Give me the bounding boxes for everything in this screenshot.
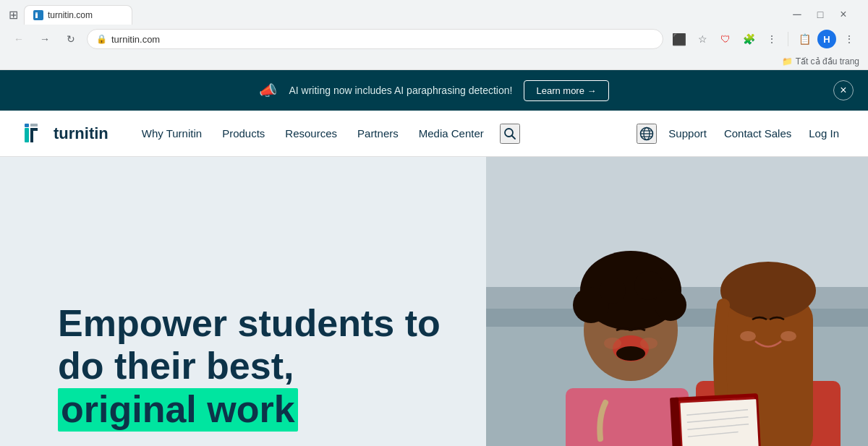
apps-icon[interactable]: ⊞ — [9, 8, 18, 22]
headline-line2: do their best, — [58, 345, 294, 387]
svg-point-34 — [740, 331, 756, 341]
nav-products[interactable]: Products — [212, 111, 275, 157]
folder-icon: 📁 — [782, 56, 793, 67]
back-button[interactable]: ← — [9, 29, 29, 49]
svg-rect-3 — [25, 124, 29, 127]
svg-rect-1 — [35, 12, 38, 14]
main-navigation: turnitin Why Turnitin Products Resources… — [0, 111, 868, 157]
svg-point-23 — [600, 278, 626, 304]
svg-point-35 — [780, 331, 796, 341]
menu-button[interactable]: ⋮ — [762, 29, 782, 49]
more-button[interactable]: ⋮ — [839, 29, 859, 49]
announcement-icon: 📣 — [259, 82, 277, 99]
svg-rect-2 — [25, 128, 29, 142]
browser-chrome: ⊞ turnitin.com ─ □ × ← → ↻ 🔒 turnitin.co… — [0, 0, 868, 70]
browser-toolbar: ← → ↻ 🔒 turnitin.com ⬛ ☆ 🛡 🧩 ⋮ 📋 H ⋮ — [0, 25, 868, 53]
nav-right: Support Contact Sales Log In — [637, 124, 845, 144]
hero-headline: Empower students to do their best, origi… — [58, 302, 441, 432]
svg-point-24 — [634, 271, 663, 300]
svg-rect-4 — [30, 124, 38, 126]
translate-button[interactable]: ⬛ — [669, 29, 689, 49]
tab-favicon — [33, 10, 43, 20]
separator — [788, 32, 788, 46]
announcement-banner: 📣 AI writing now includes AI paraphrasin… — [0, 70, 868, 111]
address-bar[interactable]: 🔒 turnitin.com — [87, 29, 663, 49]
extensions-button[interactable]: 🧩 — [739, 29, 759, 49]
nav-links: Why Turnitin Products Resources Partners… — [132, 111, 637, 157]
minimize-button[interactable]: ─ — [787, 4, 807, 25]
url-text: turnitin.com — [111, 34, 160, 45]
headline-highlight: original work — [58, 388, 298, 432]
maximize-button[interactable]: □ — [810, 4, 830, 25]
hero-image — [486, 157, 868, 446]
lock-icon: 🔒 — [96, 34, 107, 44]
hero-right — [486, 157, 868, 446]
globe-icon — [639, 126, 654, 141]
forward-button[interactable]: → — [35, 29, 55, 49]
nav-media-center[interactable]: Media Center — [409, 111, 494, 157]
logo-icon — [23, 121, 49, 147]
nav-resources[interactable]: Resources — [275, 111, 347, 157]
svg-rect-18 — [566, 388, 689, 446]
svg-point-33 — [720, 262, 816, 320]
browser-tab[interactable]: turnitin.com — [24, 5, 132, 25]
svg-line-6 — [511, 135, 515, 139]
logo-link[interactable]: turnitin — [23, 121, 109, 147]
svg-point-28 — [640, 338, 658, 349]
shield-button[interactable]: 🛡 — [715, 29, 736, 49]
logo-text: turnitin — [54, 124, 109, 143]
tab-title: turnitin.com — [48, 10, 93, 20]
language-button[interactable] — [637, 124, 657, 144]
hero-text: Empower students to do their best, origi… — [58, 302, 441, 432]
svg-point-26 — [616, 346, 645, 361]
learn-more-button[interactable]: Learn more → — [524, 80, 608, 101]
svg-point-27 — [604, 338, 621, 349]
top-bar-area: 📁 Tất cả đầu trang — [0, 53, 868, 69]
search-button[interactable] — [500, 124, 520, 144]
support-link[interactable]: Support — [663, 127, 712, 140]
bookmark-button[interactable]: ☆ — [692, 29, 712, 49]
login-link[interactable]: Log In — [803, 127, 845, 140]
nav-partners[interactable]: Partners — [347, 111, 409, 157]
svg-rect-0 — [35, 14, 38, 18]
announcement-message: AI writing now includes AI paraphrasing … — [289, 85, 512, 96]
browser-right-icons: ⬛ ☆ 🛡 🧩 ⋮ 📋 H ⋮ — [669, 29, 859, 49]
refresh-button[interactable]: ↻ — [61, 29, 81, 49]
close-button[interactable]: × — [833, 4, 854, 25]
close-banner-button[interactable]: × — [833, 80, 854, 100]
search-icon — [503, 127, 516, 140]
headline-line1: Empower students to — [58, 302, 441, 344]
svg-rect-39 — [680, 399, 761, 446]
contact-sales-link[interactable]: Contact Sales — [718, 127, 797, 140]
nav-why-turnitin[interactable]: Why Turnitin — [132, 111, 212, 157]
hero-section: Empower students to do their best, origi… — [0, 157, 868, 446]
hero-students-svg — [486, 157, 868, 446]
hero-left: Empower students to do their best, origi… — [0, 157, 486, 446]
announcement-content: 📣 AI writing now includes AI paraphrasin… — [259, 80, 608, 101]
top-bar-label: Tất cả đầu trang — [796, 56, 859, 67]
reading-list-button[interactable]: 📋 — [794, 29, 814, 49]
user-avatar[interactable]: H — [817, 30, 836, 48]
